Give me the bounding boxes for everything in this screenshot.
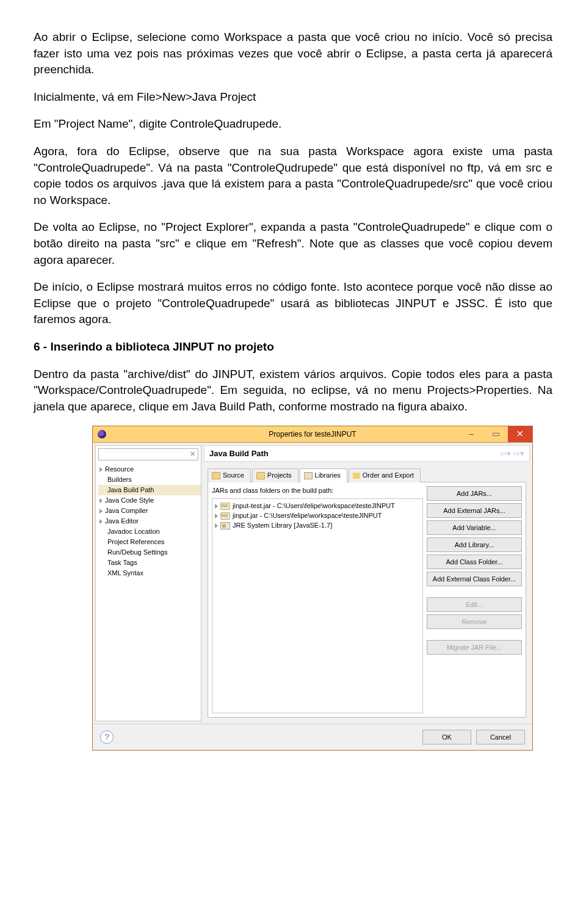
tree-item-label: Run/Debug Settings bbox=[107, 548, 167, 557]
jar-icon bbox=[220, 503, 230, 510]
order-icon bbox=[353, 473, 360, 479]
list-item-label: JRE System Library [JavaSE-1.7] bbox=[233, 521, 332, 530]
page-header-title: Java Build Path bbox=[209, 448, 269, 459]
dialog-titlebar[interactable]: Properties for testeJINPUT – ▭ ✕ bbox=[93, 426, 532, 443]
preferences-tree-panel: ✕ Resource Builders Java Build Path Java… bbox=[95, 445, 201, 721]
list-item[interactable]: JRE System Library [JavaSE-1.7] bbox=[215, 521, 420, 531]
tree-item-resource[interactable]: Resource bbox=[98, 464, 201, 475]
filter-input[interactable] bbox=[99, 450, 187, 459]
tree-item-java-build-path[interactable]: Java Build Path bbox=[98, 485, 201, 495]
tab-projects[interactable]: Projects bbox=[252, 468, 298, 482]
tree-item-label: Java Editor bbox=[105, 517, 139, 526]
buildpath-list[interactable]: jinput-test.jar - C:\Users\felipe\worksp… bbox=[212, 498, 423, 714]
library-icon bbox=[220, 522, 230, 529]
close-button[interactable]: ✕ bbox=[508, 426, 532, 442]
tree-item-label: Java Code Style bbox=[105, 496, 154, 505]
tab-label: Source bbox=[223, 471, 244, 480]
tree-item-label: Java Compiler bbox=[105, 506, 148, 515]
tree-item-label: Resource bbox=[105, 465, 134, 474]
nav-forward-icon[interactable]: ⇨▾ bbox=[513, 448, 524, 459]
nav-back-icon[interactable]: ⇦▾ bbox=[500, 448, 511, 459]
maximize-button[interactable]: ▭ bbox=[483, 426, 508, 442]
tree-item-label: Task Tags bbox=[107, 558, 137, 567]
add-jars-button[interactable]: Add JARs... bbox=[427, 486, 522, 501]
buildpath-button-column: Add JARs... Add External JARs... Add Var… bbox=[427, 486, 522, 713]
tree-item-java-compiler[interactable]: Java Compiler bbox=[98, 506, 201, 516]
tree-item-label: Java Build Path bbox=[107, 486, 154, 495]
tab-label: Projects bbox=[267, 471, 292, 480]
minimize-button[interactable]: – bbox=[459, 426, 483, 442]
tree-item-label: Builders bbox=[107, 475, 132, 484]
buildpath-tabs: Source Projects Libraries Order and Expo… bbox=[208, 468, 526, 482]
tree-item-run-debug-settings[interactable]: Run/Debug Settings bbox=[98, 547, 201, 558]
doc-paragraph: De volta ao Eclipse, no "Project Explore… bbox=[34, 219, 552, 268]
page-header-band: Java Build Path ⇦▾ ⇨▾ bbox=[204, 445, 530, 462]
tab-label: Order and Export bbox=[363, 471, 414, 480]
list-item[interactable]: jinput.jar - C:\Users\felipe\workspace\t… bbox=[215, 511, 420, 521]
tree-item-xml-syntax[interactable]: XML Syntax bbox=[98, 568, 201, 578]
jar-icon bbox=[304, 472, 313, 479]
doc-paragraph: Agora, fora do Eclipse, observe que na s… bbox=[34, 144, 552, 208]
tree-item-task-tags[interactable]: Task Tags bbox=[98, 558, 201, 568]
tree-item-project-references[interactable]: Project References bbox=[98, 537, 201, 547]
add-variable-button[interactable]: Add Variable... bbox=[427, 520, 522, 535]
folder-icon bbox=[256, 472, 265, 479]
cancel-button[interactable]: Cancel bbox=[476, 730, 525, 744]
eclipse-properties-dialog-image: Properties for testeJINPUT – ▭ ✕ ✕ Resou… bbox=[92, 426, 552, 751]
doc-paragraph: Em "Project Name", digite ControleQuadru… bbox=[34, 116, 552, 133]
doc-paragraph: Inicialmente, vá em File>New>Java Projec… bbox=[34, 89, 552, 106]
filter-input-wrap: ✕ bbox=[98, 448, 198, 460]
tree-item-java-code-style[interactable]: Java Code Style bbox=[98, 495, 201, 506]
list-item[interactable]: jinput-test.jar - C:\Users\felipe\worksp… bbox=[215, 501, 420, 511]
tree-item-label: Javadoc Location bbox=[107, 527, 160, 536]
list-item-label: jinput.jar - C:\Users\felipe\workspace\t… bbox=[233, 511, 382, 520]
doc-paragraph: Ao abrir o Eclipse, selecione como Works… bbox=[34, 29, 552, 78]
buildpath-list-label: JARs and class folders on the build path… bbox=[212, 486, 423, 495]
add-class-folder-button[interactable]: Add Class Folder... bbox=[427, 555, 522, 569]
edit-button[interactable]: Edit... bbox=[427, 597, 522, 612]
tab-source[interactable]: Source bbox=[208, 468, 251, 482]
tab-label: Libraries bbox=[315, 471, 341, 480]
tree-item-javadoc-location[interactable]: Javadoc Location bbox=[98, 526, 201, 537]
tab-order-export[interactable]: Order and Export bbox=[349, 468, 421, 482]
migrate-jar-button[interactable]: Migrate JAR File... bbox=[427, 640, 522, 655]
doc-paragraph: De início, o Eclipse mostrará muitos err… bbox=[34, 279, 552, 328]
help-icon[interactable]: ? bbox=[100, 730, 114, 744]
add-external-jars-button[interactable]: Add External JARs... bbox=[427, 503, 522, 518]
tab-libraries[interactable]: Libraries bbox=[300, 468, 347, 482]
tree-item-label: XML Syntax bbox=[107, 569, 143, 578]
add-library-button[interactable]: Add Library... bbox=[427, 537, 522, 552]
tree-item-java-editor[interactable]: Java Editor bbox=[98, 516, 201, 526]
tree-item-label: Project References bbox=[107, 537, 165, 547]
list-item-label: jinput-test.jar - C:\Users\felipe\worksp… bbox=[233, 501, 395, 511]
add-external-class-folder-button[interactable]: Add External Class Folder... bbox=[427, 572, 522, 586]
remove-button[interactable]: Remove bbox=[427, 614, 522, 629]
tree-item-builders[interactable]: Builders bbox=[98, 475, 201, 485]
doc-heading-6: 6 - Inserindo a biblioteca JINPUT no pro… bbox=[34, 339, 552, 355]
folder-icon bbox=[212, 472, 220, 479]
doc-paragraph: Dentro da pasta "archive/dist" do JINPUT… bbox=[34, 366, 552, 415]
jar-icon bbox=[220, 512, 230, 520]
clear-filter-icon[interactable]: ✕ bbox=[190, 449, 195, 459]
preferences-tree[interactable]: Resource Builders Java Build Path Java C… bbox=[96, 463, 201, 578]
ok-button[interactable]: OK bbox=[422, 730, 471, 744]
